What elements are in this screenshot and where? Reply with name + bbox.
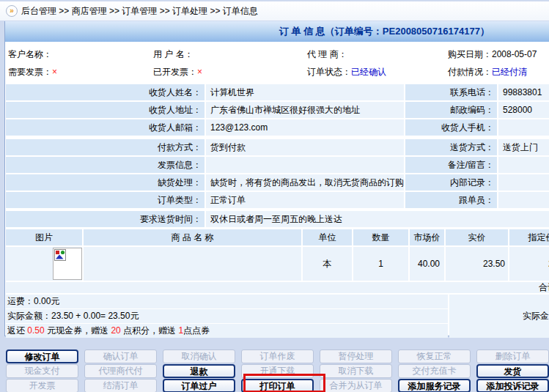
add-complaint-record-button[interactable]: 添加投诉记录 [476, 379, 549, 392]
cash-pay-button: 现金支付 [6, 364, 78, 378]
field-label: 缺货处理： [6, 174, 205, 191]
purchase-date-field: 购买日期：2008-05-07 [448, 46, 537, 62]
need-invoice-field: 需要发票：× [8, 64, 57, 80]
agent-field: 代 理 商： [307, 46, 347, 62]
action-button-grid: 修改订单 确认订单 取消确认 订单作废 暂停处理 恢复正常 删除订单 现金支付 … [6, 350, 549, 392]
field-value: 正常订单 [206, 192, 404, 208]
ship-button[interactable]: 发货 [476, 364, 549, 378]
product-unit-cell: 本 [303, 247, 352, 281]
product-image-cell [6, 247, 82, 281]
rebate-line: 返还 0.50 元现金券，赠送 20 点积分，赠送 1点点券 [6, 324, 448, 338]
field-value [498, 174, 549, 191]
field-value [498, 192, 549, 208]
settle-order-button: 结清订单 [84, 379, 157, 392]
restore-normal-button: 恢复正常 [398, 350, 471, 363]
product-table: 图片 商 品 名 称 单位 数量 市场价 实价 指定价 本 1 [6, 229, 549, 281]
merge-as-sub-order-button: 合并为从订单 [320, 379, 392, 392]
order-info-panel: 订 单 信 息（订单编号：PE2008050716174177） 客户名称： 用… [4, 21, 549, 336]
add-service-record-button[interactable]: 添加服务记录 [398, 379, 471, 392]
summary-left: 运费：0.00元 实际金额：23.50 + 0.00= 23.50元 返还 0.… [6, 295, 448, 338]
actual-amount-line: 实际金额：23.50 + 0.00= 23.50元 [6, 309, 448, 324]
field-label: 送货方式： [405, 139, 497, 155]
agent-pay-button: 代理商代付 [84, 364, 157, 378]
field-label: 跟单员： [405, 192, 497, 208]
order-detail-table: 付款方式： 货到付款 送货方式： 送货上门 发票信息： 备注/留言： 缺货处理：… [6, 139, 549, 208]
arrow-circle-icon: » [6, 5, 18, 17]
product-image [53, 248, 82, 280]
product-real-price-cell: 23.50 [446, 247, 508, 281]
column-header: 商 品 名 称 [84, 229, 301, 245]
payment-status-field: 付款情况：已经付清 [448, 64, 527, 80]
field-value [206, 157, 404, 173]
field-label: 发票信息： [6, 157, 205, 173]
receiver-detail-table: 收货人姓名： 计算机世界 联系电话： 99883801 收货人地址： 广东省佛山… [6, 84, 549, 136]
field-label: 联系电话： [405, 84, 497, 100]
field-value: 计算机世界 [206, 84, 404, 100]
cancel-confirm-button: 取消确认 [163, 350, 235, 363]
column-header: 数量 [353, 229, 408, 245]
actual-amount-right-label: 实际金额： [523, 310, 549, 322]
field-value: 双休日或者周一至周五的晚上送达 [206, 211, 549, 227]
field-value: 货到付款 [206, 139, 404, 155]
field-label: 要求送货时间： [6, 211, 205, 227]
broken-image-icon [54, 249, 66, 261]
field-value [498, 157, 549, 173]
refund-button[interactable]: 退款 [163, 364, 235, 378]
order-summary-section: 客户名称： 用 户 名： 代 理 商： 购买日期：2008-05-07 需要发票… [6, 45, 549, 81]
column-header: 单位 [303, 229, 352, 245]
order-status-field: 订单状态：已经确认 [307, 64, 386, 80]
modify-order-button[interactable]: 修改订单 [6, 350, 78, 363]
breadcrumb: 后台管理 >> 商店管理 >> 订单管理 >> 订单处理 >> 订单信息 [21, 5, 258, 18]
print-order-button[interactable]: 打印订单 [241, 379, 314, 392]
field-value: 528000 [498, 102, 549, 118]
username-field: 用 户 名： [153, 46, 194, 62]
delete-order-button: 删除订单 [476, 350, 549, 363]
product-name-cell [84, 247, 301, 281]
product-market-price-cell: 40.00 [410, 247, 444, 281]
shipping-fee-line: 运费：0.00元 [6, 295, 448, 309]
column-header: 图片 [6, 229, 82, 245]
product-qty-cell: 1 [353, 247, 408, 281]
field-value: 99883801 [498, 84, 549, 100]
pause-processing-button: 暂停处理 [320, 350, 392, 363]
issue-invoice-button: 开发票 [6, 379, 78, 392]
customer-name-field: 客户名称： [8, 46, 52, 62]
field-label: 收货人邮箱： [6, 119, 205, 136]
field-label: 收货人手机： [405, 119, 497, 136]
table-total-row: 合计： [6, 282, 549, 293]
summary-right: 实际金额： [449, 295, 549, 338]
summary-section: 运费：0.00元 实际金额：23.50 + 0.00= 23.50元 返还 0.… [6, 295, 549, 338]
field-value: 广东省佛山市禅城区很好很强大的地址 [206, 102, 404, 118]
enable-download-button: 开通下载 [241, 364, 314, 378]
panel-header: 订 单 信 息（订单编号：PE2008050716174177） [5, 21, 549, 42]
field-label: 邮政编码： [405, 102, 497, 118]
field-label: 订单类型： [6, 192, 205, 208]
invoiced-field: 已开发票：× [153, 64, 202, 80]
field-label: 备注/留言： [405, 157, 497, 173]
field-value: 123@123.com [206, 119, 404, 136]
cancel-download-button: 取消下载 [320, 364, 392, 378]
column-header: 指定价 [509, 229, 549, 245]
transfer-order-button[interactable]: 订单过户 [163, 379, 235, 392]
product-assigned-price-cell: 23.50 [509, 247, 549, 281]
field-value: 送货上门 [498, 139, 549, 155]
field-label: 收货人姓名： [6, 84, 205, 100]
page-title: 订 单 信 息（订单编号：PE2008050716174177） [279, 21, 490, 42]
field-label: 内部记录： [405, 174, 497, 191]
field-value [498, 119, 549, 136]
breadcrumb-bar: » 后台管理 >> 商店管理 >> 订单管理 >> 订单处理 >> 订单信息 [0, 1, 549, 21]
column-header: 市场价 [410, 229, 444, 245]
field-label: 付款方式： [6, 139, 205, 155]
delivery-time-row: 要求送货时间： 双休日或者周一至周五的晚上送达 [6, 211, 549, 227]
field-label: 收货人地址： [6, 102, 205, 118]
confirm-order-button: 确认订单 [84, 350, 157, 363]
void-order-button: 订单作废 [241, 350, 314, 363]
field-value: 缺货时，将有货的商品发出，取消无货商品的订购 [206, 174, 404, 191]
column-header: 实价 [446, 229, 508, 245]
deliver-recharge-card-button: 交付充值卡 [398, 364, 471, 378]
total-label: 合计： [539, 282, 549, 293]
